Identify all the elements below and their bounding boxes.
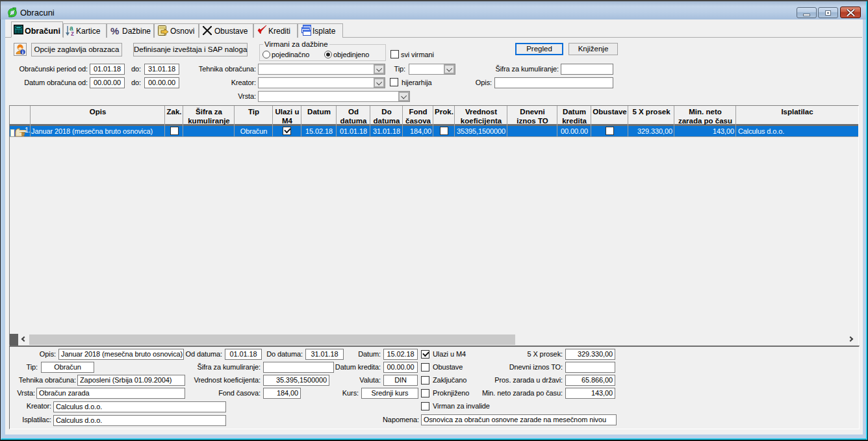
svg-text:z: z: [71, 30, 74, 36]
